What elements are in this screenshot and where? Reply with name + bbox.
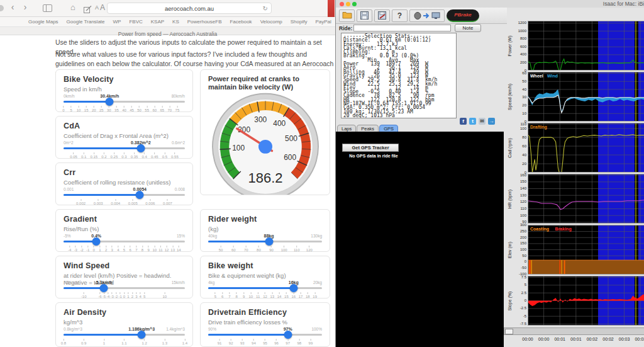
slider-track[interactable] <box>64 101 185 103</box>
slider-tick: -6 <box>98 292 101 299</box>
slider[interactable]: 40kg130kg88kg5060708090100110120 <box>208 234 322 251</box>
tick-mark <box>116 292 116 294</box>
chart-slope[interactable] <box>528 276 644 326</box>
tick-label: 5 <box>143 295 145 299</box>
tick-label: 0.002 <box>76 202 86 205</box>
bookmark-item[interactable]: FBVC <box>129 19 142 25</box>
slider[interactable]: -5%15%0.4%-4-3-2-101234567891011121314 <box>64 234 185 251</box>
slider-thumb[interactable] <box>289 284 297 292</box>
bookmark-item[interactable]: PowerhouseFB <box>187 19 222 25</box>
slider-thumb[interactable] <box>138 331 146 339</box>
slider-thumb[interactable] <box>99 284 108 292</box>
window-control[interactable] <box>0 5 4 11</box>
chart-hr[interactable] <box>528 174 644 224</box>
slider-track[interactable] <box>64 241 185 242</box>
slider[interactable]: 0.8kg/m^31.4kg/m^31.186kg/m^30.80.911.11… <box>64 327 185 344</box>
bookmark-item[interactable]: Facebook <box>230 19 252 25</box>
home-icon[interactable]: ⌂ <box>70 3 75 12</box>
reload-icon[interactable]: ↻ <box>263 3 268 14</box>
tick-label: 94 <box>252 341 256 345</box>
minimize-window-icon[interactable] <box>346 2 350 6</box>
compose-icon[interactable] <box>84 4 92 16</box>
slider-tick: 0.002 <box>76 199 86 205</box>
slider-thumb[interactable] <box>136 191 144 199</box>
bookmark-item[interactable]: KSAP <box>151 19 164 25</box>
slider-tick: 10 <box>162 292 167 299</box>
slider-track[interactable] <box>208 241 322 242</box>
tick-label: 0.35 <box>131 155 138 159</box>
help-button[interactable]: ? <box>392 9 408 22</box>
tick-mark <box>136 246 136 247</box>
back-button[interactable]: ‹ <box>8 2 18 12</box>
ride-name-input[interactable] <box>353 25 451 31</box>
slider-tick: 0.004 <box>111 199 120 205</box>
note-button[interactable]: Note <box>455 24 481 32</box>
chart-scrollbar[interactable] <box>504 327 644 335</box>
chart-cad[interactable]: Drafting <box>528 123 644 173</box>
zoom-window-icon[interactable] <box>352 2 357 6</box>
pbrake-logo-button[interactable]: PBrake <box>447 9 479 22</box>
slider[interactable]: 0km/h80km/h30.4km/h051015202530354045505… <box>64 94 185 111</box>
scrollbar-thumb[interactable] <box>505 329 513 334</box>
slider-ticks: 0.80.911.11.21.31.4 <box>64 339 185 346</box>
slider[interactable]: 90%100%97%919293949596979899 <box>208 327 322 344</box>
forward-button[interactable]: › <box>20 2 30 12</box>
open-file-button[interactable] <box>339 9 355 22</box>
chart-elev[interactable]: CoastingBraking <box>528 225 644 275</box>
bookmark-item[interactable]: PayPal <box>315 19 331 25</box>
chart-speed[interactable]: WheelWind <box>528 72 644 122</box>
share-icon[interactable]: → <box>488 118 495 125</box>
slider[interactable]: 4kg20kg16kg5678910111213141516171819 <box>208 280 322 298</box>
slider-track[interactable] <box>64 334 185 336</box>
slider-thumb[interactable] <box>136 144 145 152</box>
slider-thumb[interactable] <box>92 237 101 246</box>
get-gps-tracker-button[interactable]: Get GPS Tracker <box>342 144 399 152</box>
chart-power[interactable] <box>528 21 644 71</box>
tick-label: 0.55 <box>171 155 179 159</box>
save-button[interactable] <box>357 9 372 22</box>
computer-icon <box>431 12 440 20</box>
slider-thumb[interactable] <box>265 237 273 246</box>
slider-track[interactable] <box>208 334 322 336</box>
slider-track[interactable] <box>64 194 185 196</box>
tick-mark <box>99 292 100 294</box>
tab-overview-icon[interactable] <box>43 4 52 12</box>
facebook-icon[interactable]: f <box>460 118 467 125</box>
y-tick-label: 30 <box>514 95 526 99</box>
text-size-decrease[interactable]: A <box>95 4 99 11</box>
download-to-computer-button[interactable] <box>409 9 445 22</box>
bookmark-item[interactable]: Velocomp <box>260 19 282 25</box>
twitter-icon[interactable]: t <box>469 118 476 125</box>
y-tick-label: 1200 <box>514 21 526 25</box>
tick-mark <box>308 292 308 294</box>
address-bar[interactable]: aerocoach.com.au ↻ <box>107 3 272 14</box>
email-icon[interactable]: ✉ <box>479 118 486 125</box>
slider-tick: 90 <box>269 246 274 252</box>
folder-icon <box>342 11 352 20</box>
slider-thumb[interactable] <box>106 98 114 106</box>
tick-label: 18 <box>306 295 310 299</box>
slider-min-label: 0.001 <box>64 187 74 191</box>
tick-mark <box>310 339 311 341</box>
slider-track[interactable] <box>64 147 185 149</box>
save-as-button[interactable] <box>374 9 390 22</box>
tick-mark <box>124 152 125 154</box>
slider-tick: 0.007 <box>163 199 172 205</box>
close-window-icon[interactable] <box>340 2 344 6</box>
slider-thumb[interactable] <box>284 331 292 339</box>
text-size-increase[interactable]: A <box>100 3 105 12</box>
slider[interactable]: 0m^20.6m^20.382m^20.050.10.150.20.250.30… <box>64 140 185 158</box>
tick-label: 1.2 <box>142 341 147 345</box>
bookmark-item[interactable]: KS <box>172 19 179 25</box>
y-tick-label: 7.5 <box>514 275 526 279</box>
slider-track[interactable] <box>64 287 185 289</box>
bookmark-item[interactable]: Shopify <box>291 19 308 25</box>
bookmark-item[interactable]: Google Maps <box>28 19 58 25</box>
slider-track[interactable] <box>208 287 322 289</box>
tick-mark <box>162 106 162 108</box>
slider[interactable]: -15km/h15km/h-5.1km/h-10-6-5-4-3-2-10123… <box>64 280 185 298</box>
bookmark-item[interactable]: Google Translate <box>67 19 105 25</box>
bookmark-item[interactable]: WP <box>113 19 121 25</box>
slider[interactable]: 0.0010.0080.00540.0020.0030.0040.0050.00… <box>64 187 185 205</box>
tab-title[interactable]: Power from speed — Aerocoach Australia <box>118 31 217 37</box>
